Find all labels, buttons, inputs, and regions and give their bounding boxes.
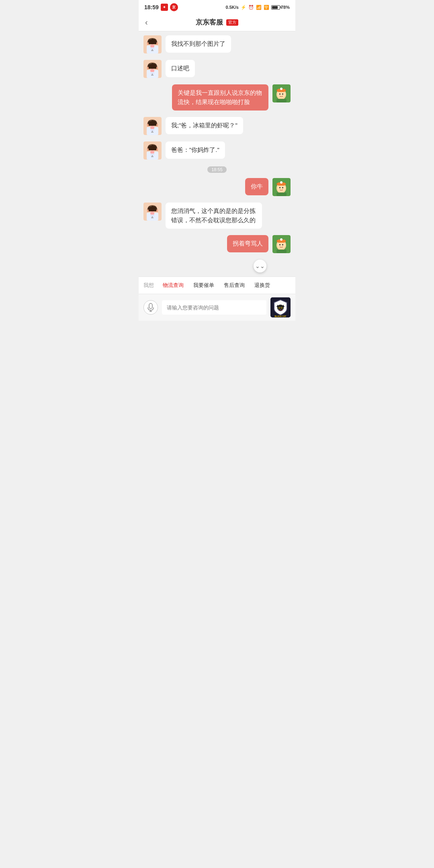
message-row: 关键是我一直跟别人说京东的物流快，结果现在啪啪啪打脸 [143, 84, 291, 111]
svg-rect-18 [147, 67, 149, 70]
svg-rect-8 [147, 42, 149, 45]
agent-avatar [143, 60, 162, 78]
battery-body [271, 5, 280, 10]
status-time: 18:59 [144, 4, 159, 10]
battery: 78% [271, 5, 290, 10]
svg-rect-37 [147, 124, 149, 127]
quick-replies-bar: 我想 物流查询 我要催单 售后查询 退换货 [139, 276, 295, 294]
message-row: 拐着弯骂人 [143, 235, 291, 253]
message-bubble: 我;"爸，冰箱里的虾呢？" [166, 117, 243, 134]
nav-title: 京东客服 官方 [196, 18, 238, 27]
agent-avatar [143, 203, 162, 221]
nav-bar: ‹ 京东客服 官方 [139, 14, 295, 31]
svg-rect-38 [156, 124, 158, 127]
message-row: 我;"爸，冰箱里的虾呢？" [143, 117, 291, 135]
svg-point-73 [280, 238, 283, 241]
signal-icon: 📶 [256, 5, 262, 10]
svg-point-86 [279, 307, 280, 309]
svg-point-25 [280, 88, 283, 90]
quick-reply-item-return[interactable]: 退换货 [250, 280, 275, 291]
user-avatar [272, 235, 291, 253]
alarm-icon: ⏰ [248, 5, 254, 10]
blackcat-logo: BLACK CAT [270, 297, 291, 317]
svg-text:BLACK CAT: BLACK CAT [275, 315, 287, 317]
svg-point-74 [279, 244, 280, 246]
quick-reply-item-logistics[interactable]: 物流查询 [158, 280, 188, 291]
status-right: 0.5K/s ⚡ ⏰ 📶 🛜 78% [226, 5, 290, 10]
timestamp: 18:55 [143, 166, 291, 172]
agent-avatar [143, 141, 162, 160]
svg-rect-66 [147, 209, 149, 212]
wifi-icon: 🛜 [264, 5, 269, 10]
jd-icon: 京 [170, 3, 178, 11]
svg-rect-47 [147, 148, 149, 151]
svg-point-87 [281, 307, 282, 309]
chat-area: 我找不到那个图片了 口述吧 [139, 31, 295, 276]
app-icon-1: ✦ [161, 4, 168, 11]
status-left: 18:59 ✦ 京 [144, 3, 178, 11]
official-badge: 官方 [226, 19, 238, 26]
svg-rect-76 [276, 250, 287, 253]
svg-point-56 [282, 187, 283, 188]
agent-avatar [143, 35, 162, 53]
quick-reply-label: 我想 [143, 282, 154, 289]
message-row: 爸爸："你妈炸了." [143, 141, 291, 160]
message-row: 口述吧 [143, 60, 291, 78]
input-bar: BLACK CAT [139, 294, 295, 321]
message-row: 您消消气，这个真的是的是分拣错误，不然不会耽误您那么久的 [143, 203, 291, 229]
status-bar: 18:59 ✦ 京 0.5K/s ⚡ ⏰ 📶 🛜 78% [139, 0, 295, 14]
svg-point-26 [279, 93, 280, 95]
chat-input[interactable] [162, 300, 266, 315]
user-avatar [272, 84, 291, 102]
svg-rect-57 [276, 192, 287, 196]
message-bubble: 口述吧 [166, 60, 195, 77]
svg-point-55 [279, 187, 280, 188]
svg-rect-28 [276, 99, 287, 102]
message-bubble: 你牛 [245, 178, 268, 195]
message-row: 我找不到那个图片了 [143, 35, 291, 53]
quick-reply-item-aftersale[interactable]: 售后查询 [219, 280, 250, 291]
svg-point-54 [280, 181, 283, 184]
svg-point-75 [282, 244, 283, 246]
message-bubble: 您消消气，这个真的是的是分拣错误，不然不会耽误您那么久的 [166, 203, 262, 229]
svg-point-27 [282, 93, 283, 95]
svg-point-81 [277, 305, 284, 311]
network-speed: 0.5K/s [226, 5, 239, 10]
mic-button[interactable] [143, 300, 158, 315]
svg-rect-48 [156, 148, 158, 151]
quick-reply-item-urge[interactable]: 我要催单 [188, 280, 219, 291]
user-avatar [272, 178, 291, 196]
message-bubble: 关键是我一直跟别人说京东的物流快，结果现在啪啪啪打脸 [172, 84, 268, 111]
scroll-down-button[interactable]: ⌄⌄ [254, 260, 266, 272]
battery-fill [272, 6, 278, 9]
battery-percent: 78% [281, 5, 290, 10]
message-bubble: 拐着弯骂人 [227, 235, 268, 252]
message-row: 你牛 [143, 178, 291, 196]
message-bubble: 我找不到那个图片了 [166, 35, 231, 53]
svg-rect-77 [149, 303, 152, 309]
back-button[interactable]: ‹ [145, 18, 148, 27]
svg-rect-19 [156, 67, 158, 70]
message-bubble: 爸爸："你妈炸了." [166, 141, 225, 159]
svg-rect-9 [156, 42, 158, 45]
page-title: 京东客服 [196, 18, 223, 27]
bluetooth-icon: ⚡ [241, 5, 246, 10]
agent-avatar [143, 117, 162, 135]
svg-rect-67 [156, 209, 158, 212]
